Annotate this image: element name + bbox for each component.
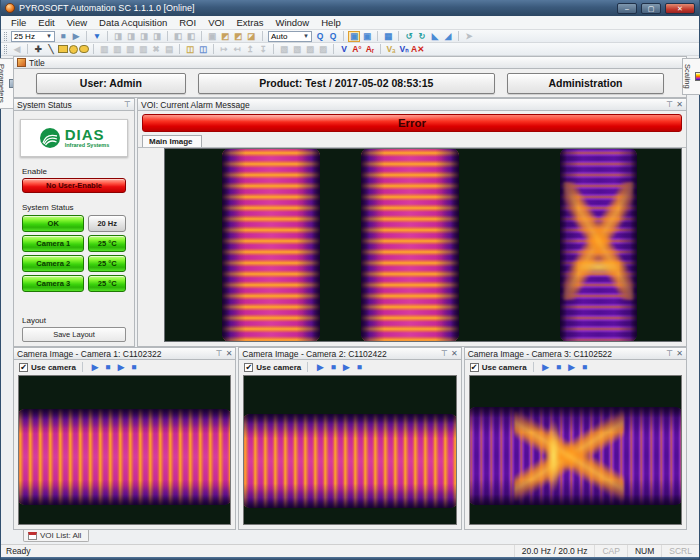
user-button[interactable]: User: Admin [36,73,186,94]
camera1-header[interactable]: Camera Image - Camera 1: C1102322 ⊤ ✕ [13,347,236,360]
system-status-header[interactable]: System Status ⊤ [13,98,135,111]
toolbar-grip[interactable] [4,32,7,41]
camera-disconnect-icon[interactable]: ■ [327,362,339,373]
use-camera-checkbox[interactable]: ✔ [470,363,479,372]
camera-record-stop-icon[interactable]: ■ [353,362,365,373]
move-voi-icon[interactable]: ▥ [137,44,149,55]
camera-record-start-icon[interactable]: ▶ [566,362,578,373]
zoom-out-icon[interactable]: Q [327,31,339,42]
snapshot-1-icon[interactable]: ◧ [172,31,184,42]
history-back-icon[interactable]: ◀ [11,44,23,55]
menu-voi[interactable]: VOI [202,17,230,28]
camera-connect-icon[interactable]: ▶ [89,362,101,373]
close-button[interactable]: ✕ [665,3,695,14]
voi-check-icon[interactable]: V [338,44,350,55]
camera-start-1-icon[interactable]: ◨ [112,31,124,42]
camera2-status-button[interactable]: Camera 2 [22,255,84,272]
pointer-icon[interactable]: ➤ [463,31,475,42]
line-tool-icon[interactable]: ╲ [45,44,57,55]
palette-2-icon[interactable]: ◩ [232,31,244,42]
flip-horizontal-icon[interactable]: ◣ [429,31,441,42]
maximize-button[interactable]: ▢ [641,3,661,14]
fit-to-window-icon[interactable]: ▣ [348,31,360,42]
rectangle-tool-icon[interactable] [58,45,68,53]
camera-record-start-icon[interactable]: ▶ [115,362,127,373]
camera-stop-1-icon[interactable]: ◨ [125,31,137,42]
menu-extras[interactable]: Extras [231,17,270,28]
menu-edit[interactable]: Edit [32,17,60,28]
voi-value-1-icon[interactable]: Vₐ [385,44,397,55]
tab-main-image[interactable]: Main Image [142,135,202,147]
menu-window[interactable]: Window [269,17,315,28]
snapshot-2-icon[interactable]: ◧ [185,31,197,42]
camera-stop-2-icon[interactable]: ◨ [151,31,163,42]
close-icon[interactable]: ✕ [676,101,683,109]
voi-panel-header[interactable]: VOI: Current Alarm Message ⊤ ✕ [137,98,687,111]
camera-record-stop-icon[interactable]: ■ [128,362,140,373]
product-button[interactable]: Product: Test / 2017-05-02 08:53:15 [198,73,495,94]
bring-front-icon[interactable]: ↥ [244,44,256,55]
frequency-status-button[interactable]: 20 Hz [88,215,126,232]
voi-value-2-icon[interactable]: Vₙ [398,44,410,55]
camera2-temp-button[interactable]: 25 °C [88,255,126,272]
close-icon[interactable]: ✕ [451,350,458,358]
filter-icon[interactable]: ▼ [91,31,103,42]
camera-disconnect-icon[interactable]: ■ [553,362,565,373]
align-left-icon[interactable]: ▧ [278,44,290,55]
frequency-select[interactable]: 25 Hz▼ [11,31,55,42]
menu-file[interactable]: File [5,17,32,28]
camera1-status-button[interactable]: Camera 1 [22,235,84,252]
grid-icon[interactable]: ▦ [382,31,394,42]
duplicate-voi-icon[interactable]: ▥ [124,44,136,55]
use-camera-checkbox[interactable]: ✔ [19,363,28,372]
add-voi-icon[interactable]: ✚ [32,44,44,55]
no-user-enable-button[interactable]: No User-Enable [22,178,126,193]
alarm-range-icon[interactable]: Aᵣ [364,44,376,55]
pin-icon[interactable]: ⊤ [666,101,673,109]
palette-1-icon[interactable]: ◩ [219,31,231,42]
close-icon[interactable]: ✕ [676,350,683,358]
full-image-icon[interactable]: ▣ [361,31,373,42]
save-layout-button[interactable]: Save Layout [22,327,126,342]
voi-properties-icon[interactable]: ▤ [163,44,175,55]
camera-record-start-icon[interactable]: ▶ [340,362,352,373]
align-bottom-icon[interactable]: ▨ [317,44,329,55]
alarm-temp-icon[interactable]: A° [351,44,363,55]
rotate-left-icon[interactable]: ↺ [403,31,415,42]
menu-view[interactable]: View [61,17,93,28]
record-icon[interactable]: ▣ [206,31,218,42]
pin-icon[interactable]: ⊤ [124,101,131,109]
camera3-header[interactable]: Camera Image - Camera 3: C1102522 ⊤ ✕ [464,347,687,360]
start-acquisition-icon[interactable]: ▶ [70,31,82,42]
pin-icon[interactable]: ⊤ [216,350,223,358]
toolbar-grip[interactable] [4,45,7,54]
camera-connect-icon[interactable]: ▶ [314,362,326,373]
tab-scaling[interactable]: Scaling [682,58,700,95]
rotate-right-icon[interactable]: ↻ [416,31,428,42]
zoom-in-icon[interactable]: Q [314,31,326,42]
send-backward-icon[interactable]: ↤ [231,44,243,55]
camera-record-stop-icon[interactable]: ■ [579,362,591,373]
menu-help[interactable]: Help [315,17,347,28]
alarm-delete-icon[interactable]: A✕ [411,44,424,55]
polygon-tool-icon[interactable] [79,45,89,53]
stop-acquisition-icon[interactable]: ■ [57,31,69,42]
minimize-button[interactable]: – [617,3,637,14]
menu-roi[interactable]: ROI [173,17,202,28]
use-camera-checkbox[interactable]: ✔ [244,363,253,372]
delete-voi-icon[interactable]: ✖ [150,44,162,55]
camera-connect-icon[interactable]: ▶ [540,362,552,373]
align-top-icon[interactable]: ▨ [304,44,316,55]
administration-button[interactable]: Administration [507,73,664,94]
pin-icon[interactable]: ⊤ [666,350,673,358]
camera1-temp-button[interactable]: 25 °C [88,235,126,252]
camera3-temp-button[interactable]: 25 °C [88,275,126,292]
camera3-status-button[interactable]: Camera 3 [22,275,84,292]
scaling-mode-select[interactable]: Auto▼ [268,31,312,42]
palette-3-icon[interactable]: ◪ [245,31,257,42]
ok-status-button[interactable]: OK [22,215,84,232]
send-back-icon[interactable]: ↧ [257,44,269,55]
align-right-icon[interactable]: ▧ [291,44,303,55]
copy-voi-icon[interactable]: ▥ [98,44,110,55]
camera-start-2-icon[interactable]: ◨ [138,31,150,42]
